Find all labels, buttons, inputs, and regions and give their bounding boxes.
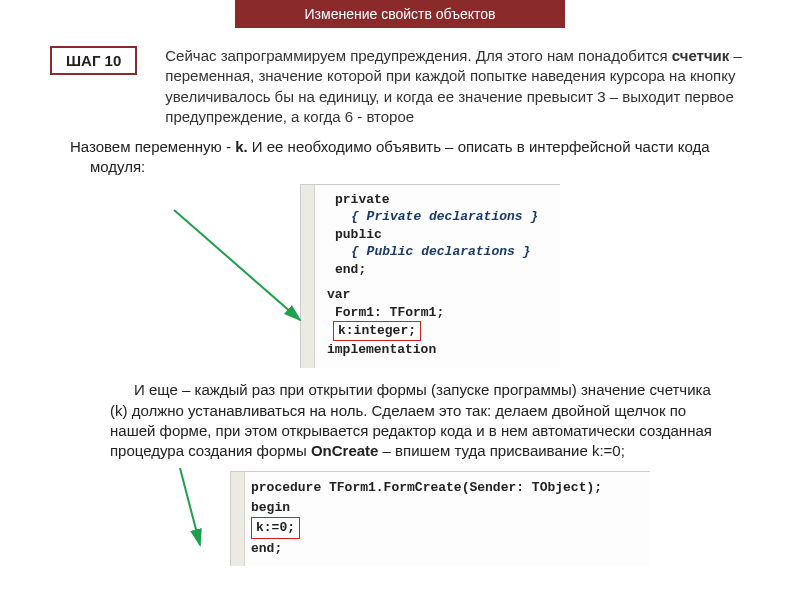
step-badge: ШАГ 10 — [50, 46, 137, 75]
code2-end: end; — [251, 541, 282, 556]
k-zero-highlight: k:=0; — [251, 517, 300, 539]
code1-pub-comment: { Public declarations } — [351, 243, 552, 261]
code-gutter-2 — [231, 472, 245, 566]
para2-t1: Назовем переменную - — [70, 138, 235, 155]
code1-impl: implementation — [327, 342, 436, 357]
paragraph-3: И еще – каждый раз при открытии формы (з… — [110, 380, 720, 461]
step-text-before: Сейчас запрограммируем предупреждения. Д… — [165, 47, 671, 64]
para3-oncreate: OnCreate — [311, 442, 379, 459]
para3-t2: – впишем туда присваивание k:=0; — [378, 442, 624, 459]
paragraph-2: Назовем переменную - k. И ее необходимо … — [50, 137, 760, 178]
code2-k0: k:=0; — [256, 520, 295, 535]
code-lines: private { Private declarations } public … — [327, 191, 552, 359]
code-block-declarations: private { Private declarations } public … — [300, 184, 560, 369]
code1-var: var — [327, 287, 350, 302]
code-gutter — [301, 185, 315, 369]
code1-end: end; — [335, 262, 366, 277]
code1-kint: k:integer; — [338, 323, 416, 338]
code1-private: private — [335, 192, 390, 207]
para2-k: k. — [235, 138, 248, 155]
step-paragraph: Сейчас запрограммируем предупреждения. Д… — [165, 46, 760, 127]
step-text-bold: счетчик — [672, 47, 730, 64]
code1-public: public — [335, 227, 382, 242]
code-block-formcreate: procedure TForm1.FormCreate(Sender: TObj… — [230, 471, 650, 566]
code2-proc: procedure TForm1.FormCreate(Sender: TObj… — [251, 478, 642, 498]
code1-priv-comment: { Private declarations } — [351, 208, 552, 226]
slide-content: ШАГ 10 Сейчас запрограммируем предупрежд… — [0, 28, 800, 566]
slide-header: Изменение свойств объектов — [235, 0, 565, 28]
slide-title: Изменение свойств объектов — [305, 6, 496, 22]
step-label: ШАГ 10 — [66, 52, 121, 69]
k-integer-highlight: k:integer; — [333, 321, 421, 341]
code2-begin: begin — [251, 500, 290, 515]
step-row: ШАГ 10 Сейчас запрограммируем предупрежд… — [50, 46, 760, 127]
code1-form1: Form1: TForm1; — [335, 304, 552, 322]
